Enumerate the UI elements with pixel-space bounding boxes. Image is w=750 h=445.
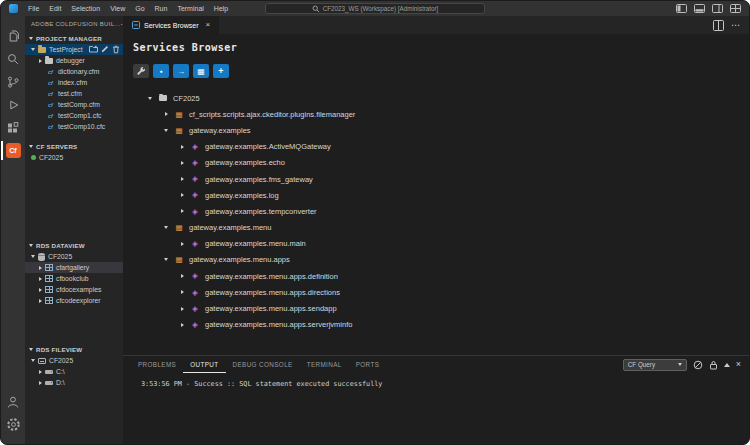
chevron-right-icon[interactable] (179, 145, 185, 149)
menu-view[interactable]: View (105, 1, 130, 16)
chevron-right-icon[interactable] (179, 193, 185, 197)
chevron-right-icon[interactable] (179, 274, 185, 278)
chevron-right-icon[interactable] (39, 299, 42, 303)
menu-help[interactable]: Help (209, 1, 233, 16)
datasource-item[interactable]: cfartgallery (25, 262, 123, 273)
chevron-right-icon[interactable] (179, 161, 185, 165)
menu-run[interactable]: Run (150, 1, 173, 16)
project-file-item[interactable]: cf test.cfm (25, 88, 123, 99)
close-panel-icon[interactable]: × (736, 360, 741, 369)
panel-tab-output[interactable]: OUTPUT (183, 356, 225, 373)
close-icon[interactable]: × (205, 21, 210, 29)
chevron-right-icon[interactable] (179, 307, 185, 311)
chevron-down-icon[interactable] (163, 226, 169, 229)
dataview-server-item[interactable]: CF2025 (25, 251, 123, 262)
project-item-debugger[interactable]: debugger (25, 55, 123, 66)
chevron-down-icon[interactable] (31, 255, 35, 258)
toggle-sidebar-icon[interactable] (676, 3, 687, 14)
tree-item[interactable]: CF2025 (147, 90, 749, 106)
coldfusion-builder-icon[interactable]: Cf (1, 139, 25, 162)
project-file-item[interactable]: cf testComp.cfm (25, 99, 123, 110)
chevron-right-icon[interactable] (39, 59, 42, 63)
chevron-down-icon[interactable] (31, 48, 35, 51)
tree-item[interactable]: ◈ gateway.examples.menu.apps.definition (147, 268, 749, 284)
server-item-cf2025[interactable]: CF2025 (25, 152, 123, 163)
command-center[interactable]: CF2023_WS (Workspace) [Administrator] (265, 3, 485, 14)
toggle-secondary-sidebar-icon[interactable] (712, 3, 723, 14)
tree-item[interactable]: ▦ gateway.examples (147, 122, 749, 138)
delete-icon[interactable] (112, 45, 120, 55)
chevron-right-icon[interactable] (163, 112, 169, 116)
chevron-down-icon[interactable] (163, 129, 169, 132)
edit-icon[interactable] (101, 45, 109, 54)
extensions-icon[interactable] (1, 116, 25, 139)
output-channel-select[interactable]: CF Query (623, 359, 687, 371)
tree-item[interactable]: ◈ gateway.examples.menu.apps.serverjvmin… (147, 317, 749, 333)
tree-item[interactable]: ◈ gateway.examples.menu.apps.directions (147, 284, 749, 300)
drive-item[interactable]: C:\ (25, 366, 123, 377)
chevron-down-icon[interactable] (147, 97, 153, 100)
run-service-button[interactable]: → (173, 64, 189, 78)
configure-button[interactable] (133, 64, 149, 78)
split-editor-icon[interactable] (713, 20, 724, 31)
menu-go[interactable]: Go (130, 1, 149, 16)
chevron-right-icon[interactable] (179, 209, 185, 213)
tree-item[interactable]: ◈ gateway.examples.log (147, 187, 749, 203)
project-file-item[interactable]: cf testComp1.cfc (25, 110, 123, 121)
tree-item[interactable]: ◈ gateway.examples.menu.apps.sendapp (147, 300, 749, 316)
tree-item[interactable]: ◈ gateway.examples.echo (147, 155, 749, 171)
project-item-testproject[interactable]: TestProject (25, 44, 123, 55)
drive-item[interactable]: D:\ (25, 377, 123, 388)
chevron-right-icon[interactable] (39, 370, 42, 374)
lock-scroll-icon[interactable] (709, 360, 718, 370)
chevron-right-icon[interactable] (39, 381, 42, 385)
tree-item[interactable]: ▦ cf_scripts.scripts.ajax.ckeditor.plugi… (147, 106, 749, 122)
menu-selection[interactable]: Selection (66, 1, 105, 16)
view-columns-button[interactable]: ▦ (193, 64, 209, 78)
add-service-button[interactable]: + (213, 64, 229, 78)
tab-services-browser[interactable]: Services Browser × (123, 16, 219, 34)
project-file-item[interactable]: cf dictionary.cfm (25, 66, 123, 77)
panel-tab-terminal[interactable]: TERMINAL (300, 356, 349, 373)
chevron-right-icon[interactable] (179, 242, 185, 246)
tree-item[interactable]: ◈ gateway.examples.menu.main (147, 236, 749, 252)
source-control-icon[interactable] (1, 70, 25, 93)
refresh-button[interactable]: ● (153, 64, 169, 78)
tree-item[interactable]: ▦ gateway.examples.menu.apps (147, 252, 749, 268)
section-project-manager[interactable]: PROJECT MANAGER (25, 32, 123, 44)
tree-item[interactable]: ◈ gateway.examples.tempconverter (147, 203, 749, 219)
datasource-item[interactable]: cfdocexamples (25, 284, 123, 295)
chevron-right-icon[interactable] (179, 290, 185, 294)
datasource-item[interactable]: cfbookclub (25, 273, 123, 284)
panel-tab-ports[interactable]: PORTS (349, 356, 387, 373)
chevron-down-icon[interactable] (31, 359, 35, 362)
chevron-right-icon[interactable] (39, 266, 42, 270)
menu-file[interactable]: File (23, 1, 44, 16)
menu-edit[interactable]: Edit (44, 1, 66, 16)
chevron-right-icon[interactable] (179, 177, 185, 181)
run-debug-icon[interactable] (1, 93, 25, 116)
add-folder-icon[interactable] (89, 45, 98, 54)
maximize-panel-icon[interactable] (724, 363, 730, 367)
explorer-icon[interactable] (1, 24, 25, 47)
panel-tab-problems[interactable]: PROBLEMS (131, 356, 183, 373)
customize-layout-icon[interactable] (730, 3, 741, 14)
more-actions-icon[interactable]: ⋯ (731, 20, 740, 30)
chevron-down-icon[interactable] (163, 258, 169, 261)
settings-gear-icon[interactable] (1, 413, 25, 436)
datasource-item[interactable]: cfcodeexplorer (25, 295, 123, 306)
panel-tab-debug-console[interactable]: DEBUG CONSOLE (226, 356, 300, 373)
tree-item[interactable]: ◈ gateway.examples.ActiveMQGateway (147, 139, 749, 155)
account-icon[interactable] (1, 390, 25, 413)
toggle-panel-icon[interactable] (694, 3, 705, 14)
search-view-icon[interactable] (1, 47, 25, 70)
project-file-item[interactable]: cf index.cfm (25, 77, 123, 88)
clear-output-icon[interactable] (693, 360, 703, 370)
section-rds-dataview[interactable]: RDS DATAVIEW (25, 239, 123, 251)
tree-item[interactable]: ◈ gateway.examples.fms_gateway (147, 171, 749, 187)
menu-terminal[interactable]: Terminal (172, 1, 208, 16)
chevron-right-icon[interactable] (179, 323, 185, 327)
tree-item[interactable]: ▦ gateway.examples.menu (147, 220, 749, 236)
project-file-item[interactable]: cf testComp10.cfc (25, 121, 123, 132)
section-rds-fileview[interactable]: RDS FILEVIEW (25, 343, 123, 355)
